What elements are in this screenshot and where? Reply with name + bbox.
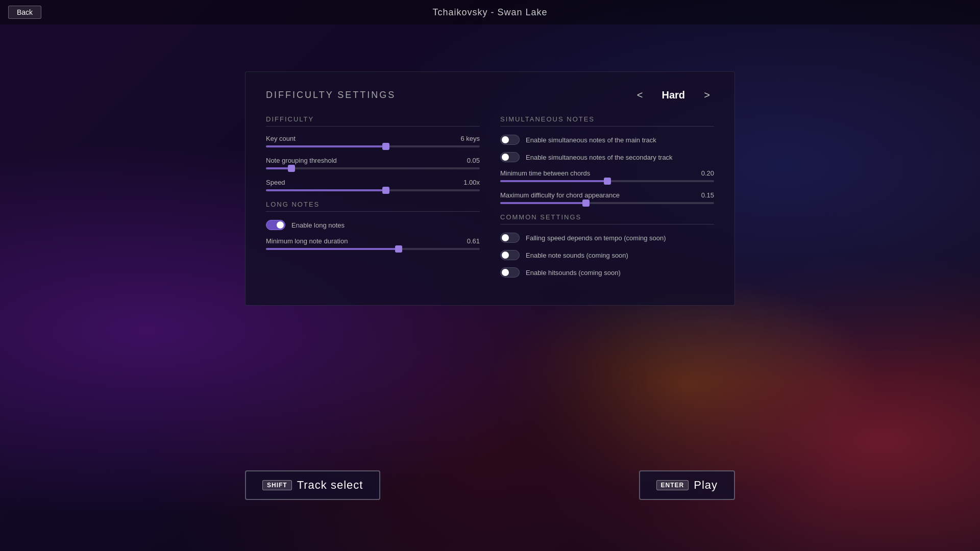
min-duration-row: Minimum long note duration 0.61 [266, 237, 480, 250]
key-count-thumb[interactable] [382, 143, 389, 150]
difficulty-label: Hard [653, 89, 694, 101]
main-track-knob [502, 136, 509, 143]
key-count-row: Key count 6 keys [266, 135, 480, 147]
speed-slider[interactable] [266, 189, 480, 191]
note-sounds-toggle-row: Enable note sounds (coming soon) [500, 250, 714, 260]
min-time-chords-thumb[interactable] [604, 178, 611, 185]
speed-fill [266, 189, 386, 191]
min-duration-label: Minimum long note duration [266, 237, 348, 245]
track-select-label: Track select [297, 479, 363, 492]
play-label: Play [694, 479, 718, 492]
min-time-chords-label: Minimum time between chords [500, 169, 590, 177]
shift-key-badge: SHIFT [262, 480, 292, 490]
min-duration-fill [266, 248, 399, 250]
min-duration-value: 0.61 [467, 237, 480, 245]
note-grouping-row: Note grouping threshold 0.05 [266, 157, 480, 169]
back-button[interactable]: Back [8, 6, 41, 19]
main-track-label: Enable simultaneous notes of the main tr… [526, 136, 656, 144]
note-sounds-knob [502, 252, 509, 259]
settings-grid: DIFFICULTY Key count 6 keys Note groupin… [266, 115, 714, 285]
enable-long-notes-toggle[interactable] [266, 220, 285, 230]
track-select-button[interactable]: SHIFT Track select [245, 470, 380, 500]
top-bar: Back Tchaikovsky - Swan Lake [0, 0, 980, 24]
max-difficulty-chord-row: Maximum difficulty for chord appearance … [500, 191, 714, 204]
enable-long-notes-row: Enable long notes [266, 220, 480, 230]
common-section-title: COMMON SETTINGS [500, 213, 714, 224]
speed-value: 1.00x [463, 179, 480, 186]
difficulty-nav: < Hard > [633, 87, 714, 103]
min-time-chords-slider[interactable] [500, 180, 714, 182]
falling-speed-knob [502, 234, 509, 241]
secondary-track-toggle-row: Enable simultaneous notes of the seconda… [500, 152, 714, 162]
main-track-toggle[interactable] [500, 135, 520, 145]
falling-speed-label: Falling speed depends on tempo (coming s… [526, 234, 666, 242]
left-column: DIFFICULTY Key count 6 keys Note groupin… [266, 115, 480, 285]
key-count-label: Key count [266, 135, 296, 142]
hitsounds-label: Enable hitsounds (coming soon) [526, 269, 621, 277]
note-grouping-label: Note grouping threshold [266, 157, 337, 164]
note-grouping-thumb[interactable] [288, 165, 295, 172]
min-time-chords-row: Minimum time between chords 0.20 [500, 169, 714, 182]
enter-key-badge: ENTER [656, 480, 689, 490]
long-notes-section-title: LONG NOTES [266, 201, 480, 212]
play-button[interactable]: ENTER Play [639, 470, 735, 500]
bottom-buttons: SHIFT Track select ENTER Play [245, 470, 735, 500]
difficulty-prev-button[interactable]: < [633, 87, 647, 103]
simultaneous-section-title: SIMULTANEOUS NOTES [500, 115, 714, 127]
falling-speed-toggle[interactable] [500, 233, 520, 243]
max-difficulty-chord-fill [500, 202, 586, 204]
max-difficulty-chord-value: 0.15 [701, 191, 714, 199]
min-time-chords-value: 0.20 [701, 169, 714, 177]
difficulty-next-button[interactable]: > [700, 87, 714, 103]
speed-label: Speed [266, 179, 285, 186]
main-track-toggle-row: Enable simultaneous notes of the main tr… [500, 135, 714, 145]
secondary-track-knob [502, 154, 509, 161]
note-sounds-label: Enable note sounds (coming soon) [526, 252, 628, 259]
max-difficulty-chord-label: Maximum difficulty for chord appearance [500, 191, 620, 199]
secondary-track-toggle[interactable] [500, 152, 520, 162]
difficulty-section-title: DIFFICULTY [266, 115, 480, 127]
hitsounds-knob [502, 269, 509, 276]
speed-row: Speed 1.00x [266, 179, 480, 191]
panel-header: DIFFICULTY SETTINGS < Hard > [266, 87, 714, 103]
note-grouping-slider[interactable] [266, 167, 480, 169]
falling-speed-toggle-row: Falling speed depends on tempo (coming s… [500, 233, 714, 243]
right-column: SIMULTANEOUS NOTES Enable simultaneous n… [500, 115, 714, 285]
panel-title: DIFFICULTY SETTINGS [266, 90, 396, 101]
max-difficulty-chord-slider[interactable] [500, 202, 714, 204]
page-title: Tchaikovsky - Swan Lake [432, 7, 547, 18]
enable-long-notes-label: Enable long notes [291, 221, 345, 229]
main-panel: DIFFICULTY SETTINGS < Hard > DIFFICULTY … [245, 71, 735, 306]
enable-long-notes-knob [277, 221, 284, 229]
hitsounds-toggle-row: Enable hitsounds (coming soon) [500, 267, 714, 278]
key-count-fill [266, 145, 386, 147]
key-count-slider[interactable] [266, 145, 480, 147]
min-duration-thumb[interactable] [395, 245, 402, 253]
speed-thumb[interactable] [382, 187, 389, 194]
hitsounds-toggle[interactable] [500, 267, 520, 278]
max-difficulty-chord-thumb[interactable] [582, 199, 590, 207]
note-sounds-toggle[interactable] [500, 250, 520, 260]
secondary-track-label: Enable simultaneous notes of the seconda… [526, 154, 673, 161]
min-duration-slider[interactable] [266, 248, 480, 250]
note-grouping-value: 0.05 [467, 157, 480, 164]
key-count-value: 6 keys [460, 135, 480, 142]
min-time-chords-fill [500, 180, 607, 182]
